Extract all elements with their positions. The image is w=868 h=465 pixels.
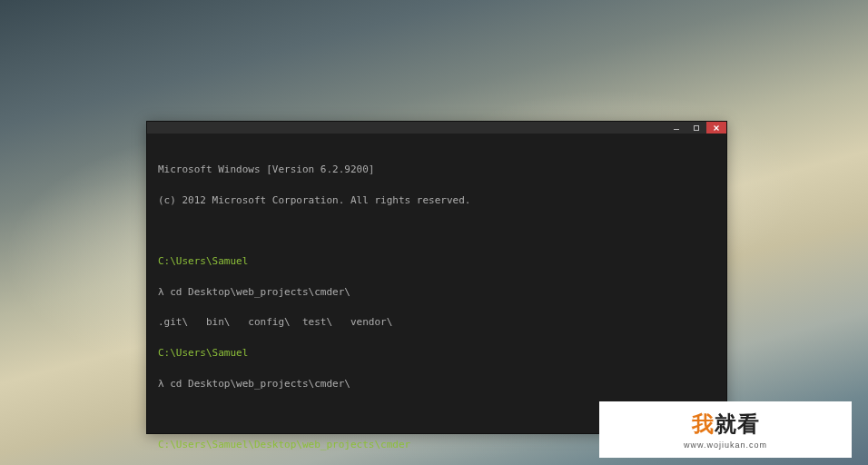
watermark-rest: 就看 [715, 411, 760, 436]
close-button[interactable] [706, 122, 726, 134]
command-text: cd Desktop\web_projects\cmder\ [170, 286, 350, 298]
watermark-text: 我就看 [692, 410, 760, 439]
terminal-window: Microsoft Windows [Version 6.2.9200] (c)… [146, 121, 727, 434]
command-line: λ cd Desktop\web_projects\cmder\ [158, 287, 715, 297]
command-line: λ cd Desktop\web_projects\cmder\ [158, 379, 715, 389]
windows-copyright-line: (c) 2012 Microsoft Corporation. All righ… [158, 195, 715, 205]
titlebar[interactable] [147, 122, 726, 134]
prompt-symbol: λ [158, 286, 170, 298]
watermark-url: www.wojiukan.com [684, 440, 767, 450]
blank-line [158, 226, 715, 236]
command-text: cd Desktop\web_projects\cmder\ [170, 378, 350, 390]
minimize-button[interactable] [666, 122, 686, 134]
watermark-accent: 我 [692, 411, 715, 436]
dir-listing: .git\ bin\ config\ test\ vendor\ [158, 317, 715, 327]
cwd-line: C:\Users\Samuel [158, 256, 715, 266]
cwd-line: C:\Users\Samuel [158, 348, 715, 358]
maximize-button[interactable] [686, 122, 706, 134]
svg-rect-1 [695, 125, 699, 130]
prompt-symbol: λ [158, 378, 170, 390]
windows-version-line: Microsoft Windows [Version 6.2.9200] [158, 164, 715, 174]
watermark-badge: 我就看 www.wojiukan.com [599, 401, 852, 458]
